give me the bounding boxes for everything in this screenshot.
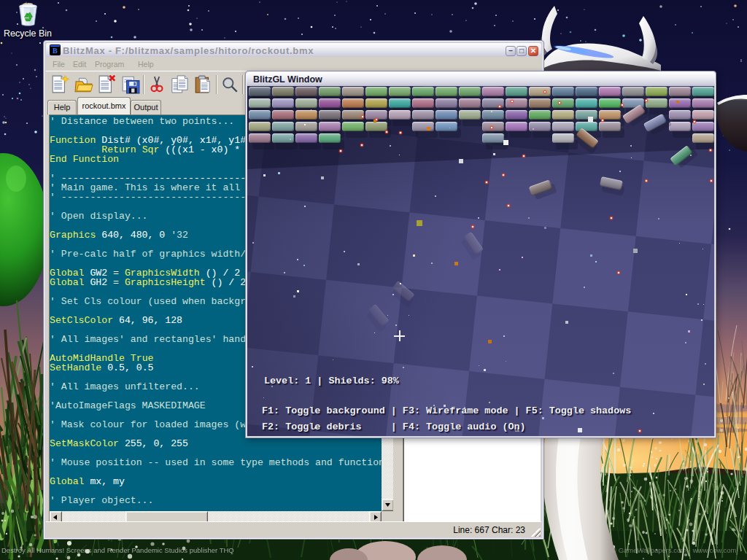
svg-text:© GameWallpapers.com · www.cow: © GameWallpapers.com · www.cow.com <box>611 546 736 554</box>
svg-text:Destroy All Humans! Screens an: Destroy All Humans! Screens and Render P… <box>1 546 234 554</box>
